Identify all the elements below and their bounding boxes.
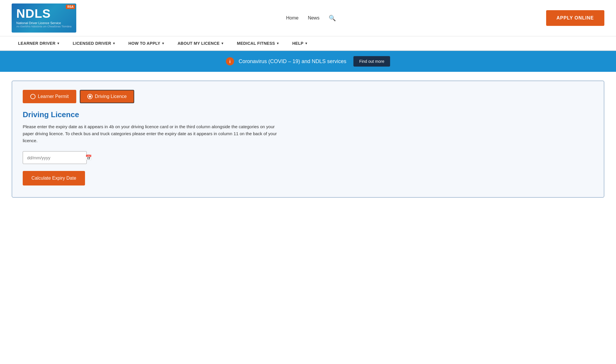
rsa-badge: RSA bbox=[66, 5, 75, 9]
navbar-item-how-to-apply[interactable]: HOW TO APPLY ▼ bbox=[122, 36, 171, 50]
driving-licence-label: Driving Licence bbox=[95, 94, 127, 99]
logo-subtitle: National Driver Licence Service An tSeir… bbox=[16, 21, 72, 28]
navbar-label-about-my-licence: ABOUT MY LICENCE bbox=[178, 41, 220, 46]
calendar-icon: 📅 bbox=[85, 154, 92, 161]
radio-group: Learner Permit Driving Licence bbox=[23, 90, 593, 103]
logo-title: National Driver Licence Service bbox=[16, 21, 72, 25]
learner-permit-radio[interactable]: Learner Permit bbox=[23, 90, 76, 103]
radio-circle-driving bbox=[87, 94, 93, 99]
navbar-label-learner-driver: LEARNER DRIVER bbox=[18, 41, 56, 46]
chevron-down-icon: ▼ bbox=[57, 42, 60, 45]
learner-permit-label: Learner Permit bbox=[38, 94, 69, 99]
chevron-down-icon: ▼ bbox=[221, 42, 224, 45]
navbar-label-licensed-driver: LICENSED DRIVER bbox=[73, 41, 111, 46]
navbar-item-help[interactable]: HELP ▼ bbox=[286, 36, 314, 50]
logo-acronym: NDLS bbox=[16, 8, 51, 20]
navbar-label-how-to-apply: HOW TO APPLY bbox=[128, 41, 160, 46]
navbar-item-about-my-licence[interactable]: ABOUT MY LICENCE ▼ bbox=[171, 36, 231, 50]
header-nav: Home News 🔍 bbox=[286, 15, 336, 22]
navbar-item-licensed-driver[interactable]: LICENSED DRIVER ▼ bbox=[66, 36, 122, 50]
logo-irish: An tSeirbhís Náisiúnta um Cheadúnas Tiom… bbox=[16, 25, 72, 28]
site-header: RSA NDLS National Driver Licence Service… bbox=[0, 0, 616, 36]
main-content: Learner Permit Driving Licence Driving L… bbox=[0, 72, 616, 206]
chevron-down-icon: ▼ bbox=[276, 42, 279, 45]
home-link[interactable]: Home bbox=[286, 15, 299, 21]
date-input-wrapper: 📅 bbox=[23, 151, 87, 164]
form-card: Learner Permit Driving Licence Driving L… bbox=[12, 81, 604, 198]
find-out-more-button[interactable]: Find out more bbox=[353, 56, 390, 67]
form-title: Driving Licence bbox=[23, 110, 593, 119]
calculate-expiry-button[interactable]: Calculate Expiry Date bbox=[23, 171, 85, 185]
main-navbar: LEARNER DRIVER ▼ LICENSED DRIVER ▼ HOW T… bbox=[0, 36, 616, 51]
banner-text: Coronavirus (COVID – 19) and NDLS servic… bbox=[239, 58, 346, 65]
logo-box: RSA NDLS National Driver Licence Service… bbox=[12, 3, 76, 33]
chevron-down-icon: ▼ bbox=[305, 42, 308, 45]
navbar-label-help: HELP bbox=[292, 41, 304, 46]
search-button[interactable]: 🔍 bbox=[329, 15, 336, 22]
driving-licence-radio[interactable]: Driving Licence bbox=[80, 90, 134, 103]
search-icon: 🔍 bbox=[329, 15, 336, 21]
info-icon: i bbox=[226, 57, 234, 65]
radio-circle-learner bbox=[30, 94, 36, 99]
news-link[interactable]: News bbox=[308, 15, 319, 21]
form-description: Please enter the expiry date as it appea… bbox=[23, 123, 285, 144]
logo-area: RSA NDLS National Driver Licence Service… bbox=[12, 3, 76, 33]
covid-banner: i Coronavirus (COVID – 19) and NDLS serv… bbox=[0, 51, 616, 72]
navbar-label-medical-fitness: MEDICAL FITNESS bbox=[237, 41, 275, 46]
navbar-item-learner-driver[interactable]: LEARNER DRIVER ▼ bbox=[12, 36, 66, 50]
apply-online-button[interactable]: APPLY ONLINE bbox=[546, 10, 604, 26]
chevron-down-icon: ▼ bbox=[112, 42, 116, 45]
navbar-item-medical-fitness[interactable]: MEDICAL FITNESS ▼ bbox=[231, 36, 286, 50]
date-input[interactable] bbox=[27, 155, 82, 160]
chevron-down-icon: ▼ bbox=[162, 42, 165, 45]
